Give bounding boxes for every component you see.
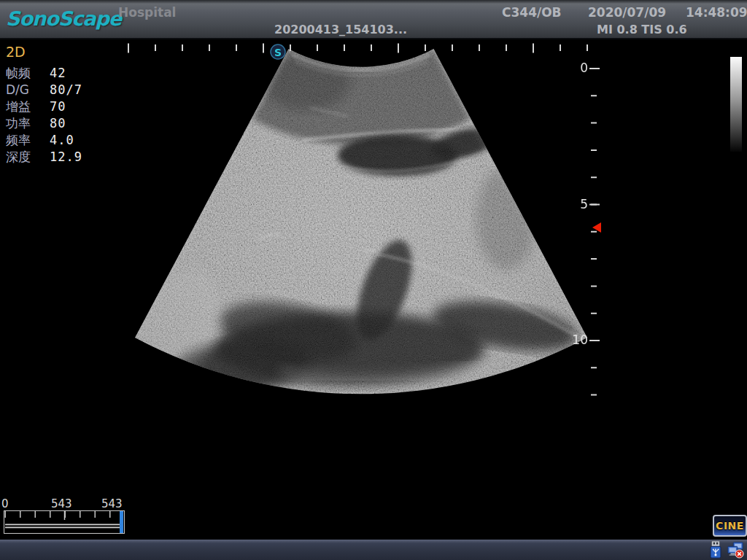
exam-time: 14:48:09	[686, 5, 747, 20]
param-row-framerate: 帧频 42	[6, 65, 82, 82]
exam-date: 2020/07/09	[588, 5, 666, 20]
file-name: 20200413_154103...	[274, 23, 407, 36]
fine-speckle-texture	[124, 40, 605, 412]
depth-label-10: 10	[572, 332, 588, 347]
top-bar: SonoScape Hospital 20200413_154103... C3…	[0, 0, 747, 39]
cine-start-frame: 0	[1, 497, 9, 510]
parameter-panel: 2D 帧频 42 D/G 80/7 增益 70 功率 80 频率 4.0 深度 …	[6, 44, 82, 166]
param-row-depth: 深度 12.9	[6, 149, 82, 166]
param-value: 4.0	[50, 132, 74, 149]
orientation-marker-icon: S	[271, 44, 285, 59]
param-label: 频率	[6, 132, 50, 149]
grayscale-bar	[730, 57, 742, 152]
usb-icon[interactable]	[707, 540, 724, 559]
param-label: 增益	[6, 98, 50, 115]
horizontal-ruler	[128, 48, 589, 49]
depth-scale: 0 5 10	[572, 61, 601, 397]
param-label: 功率	[6, 115, 50, 132]
cine-button[interactable]: CINE	[713, 515, 747, 537]
probe-preset: C344/OB	[502, 5, 562, 20]
param-row-frequency: 频率 4.0	[6, 132, 82, 149]
param-value: 80/7	[50, 82, 82, 98]
svg-text:S: S	[274, 47, 282, 58]
cine-current-frame: 543	[51, 497, 72, 510]
param-row-power: 功率 80	[6, 115, 82, 132]
param-label: 深度	[6, 149, 50, 166]
param-value: 70	[50, 98, 66, 115]
ultrasound-screen: S 0 5 10 SonoScape Hospital 20200413_154…	[0, 0, 747, 560]
network-disconnected-icon[interactable]	[727, 540, 744, 559]
param-row-gain: 增益 70	[6, 98, 82, 115]
param-value: 12.9	[50, 149, 82, 166]
param-value: 80	[50, 115, 66, 132]
depth-label-0: 0	[580, 61, 588, 75]
status-bar	[0, 540, 747, 560]
echo-display: S 0 5 10	[0, 0, 747, 560]
cine-total-frames: 543	[101, 497, 123, 510]
mi-tis-readout: MI 0.8 TIS 0.6	[597, 23, 687, 36]
ultrasound-fan-image	[111, 40, 605, 412]
depth-label-5: 5	[580, 197, 588, 211]
hospital-name: Hospital	[118, 5, 176, 20]
cine-position-marker[interactable]	[120, 511, 123, 533]
param-value: 42	[50, 65, 66, 82]
param-label: D/G	[6, 82, 50, 98]
sonoscape-logo: SonoScape	[6, 7, 121, 30]
param-row-dg: D/G 80/7	[6, 82, 82, 98]
mode-label: 2D	[6, 44, 82, 60]
cine-frame-numbers: 0 543 543	[0, 497, 146, 510]
param-label: 帧频	[6, 65, 50, 82]
cine-ruler-graphics	[4, 511, 124, 533]
cine-scrub-bar[interactable]	[4, 510, 125, 534]
